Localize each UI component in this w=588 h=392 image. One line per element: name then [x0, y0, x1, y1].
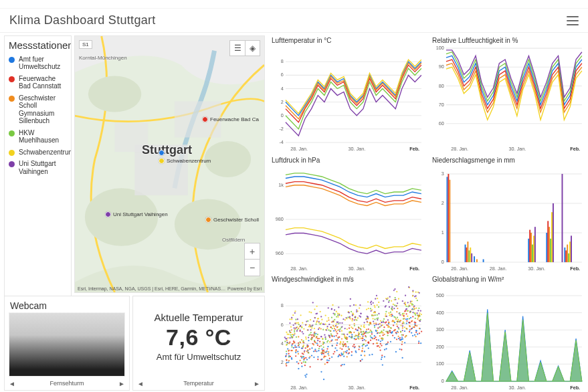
svg-point-125	[288, 361, 289, 363]
svg-point-533	[347, 350, 348, 351]
svg-point-841	[389, 326, 390, 328]
zoom-out-button[interactable]: −	[245, 260, 260, 276]
svg-point-133	[288, 360, 290, 361]
svg-point-248	[304, 361, 306, 363]
svg-point-855	[391, 300, 392, 302]
svg-point-1015	[414, 308, 415, 309]
svg-point-410	[327, 340, 328, 341]
svg-point-843	[388, 312, 389, 314]
map-pin-feuerwache[interactable]: Feuerwache Bad Ca	[202, 116, 259, 122]
svg-point-947	[404, 330, 405, 332]
svg-point-940	[402, 300, 403, 302]
svg-text:200: 200	[436, 344, 444, 350]
svg-rect-60	[465, 244, 466, 262]
svg-point-1022	[415, 318, 416, 319]
svg-point-1056	[421, 331, 422, 332]
svg-text:Feb.: Feb.	[570, 146, 580, 152]
svg-point-961	[405, 335, 407, 336]
legend-dot-icon	[9, 57, 15, 63]
legend-item-4[interactable]: Schwabenzentrum	[9, 149, 67, 157]
svg-point-863	[392, 315, 393, 316]
svg-point-230	[302, 340, 304, 341]
webcam-next-button[interactable]: ►	[117, 380, 126, 387]
svg-point-382	[323, 324, 324, 325]
chart-body[interactable]: 012326. Jan.28. Jan.30. Jan.Feb.	[428, 165, 585, 274]
svg-point-405	[326, 320, 328, 322]
svg-point-123	[287, 334, 288, 335]
svg-point-970	[407, 302, 409, 303]
svg-point-850	[389, 296, 391, 298]
svg-point-696	[368, 341, 369, 342]
svg-point-450	[334, 329, 336, 330]
svg-point-772	[378, 313, 379, 314]
map-pin-uni[interactable]: Uni Stuttgart Vaihingen	[105, 211, 168, 217]
svg-text:0: 0	[281, 112, 284, 118]
svg-point-508	[341, 326, 342, 327]
chart-body[interactable]: 246828. Jan.30. Jan.Feb.	[268, 284, 424, 392]
map-pin-schwabenzentrum[interactable]: Schwabenzentrum	[159, 158, 211, 164]
layers-icon[interactable]: ◈	[245, 41, 260, 56]
svg-point-520	[342, 318, 344, 320]
svg-text:-2: -2	[279, 126, 283, 132]
svg-point-711	[371, 309, 373, 310]
svg-point-757	[377, 342, 378, 344]
map-pin-scholl[interactable]: Geschwister Scholl	[205, 217, 259, 223]
svg-point-949	[403, 318, 405, 319]
svg-rect-88	[562, 173, 563, 262]
chart-body[interactable]: -4-20246828. Jan.30. Jan.Feb.	[268, 45, 424, 154]
chart-body[interactable]: 010020030040050028. Jan.30. Jan.Feb.	[428, 284, 585, 392]
svg-point-526	[345, 328, 346, 329]
svg-point-476	[337, 314, 338, 316]
svg-point-889	[396, 311, 397, 312]
svg-point-270	[309, 366, 310, 367]
svg-point-728	[374, 326, 375, 328]
svg-point-849	[389, 314, 391, 315]
menu-icon[interactable]	[567, 16, 579, 25]
svg-point-661	[364, 355, 365, 356]
legend-item-3[interactable]: HKW Muehlhausen	[9, 129, 67, 144]
svg-point-982	[409, 305, 410, 306]
svg-point-448	[332, 321, 334, 322]
svg-point-140	[290, 334, 292, 336]
svg-point-380	[323, 342, 324, 344]
svg-point-941	[404, 342, 405, 343]
svg-point-562	[349, 305, 351, 306]
svg-rect-74	[530, 232, 532, 262]
map-pin-amt[interactable]	[159, 150, 165, 156]
svg-point-106	[284, 336, 286, 338]
legend-item-5[interactable]: Uni Stuttgart Vaihingen	[9, 160, 67, 175]
svg-point-556	[349, 316, 351, 318]
legend-label: HKW Muehlhausen	[19, 129, 67, 144]
temp-next-button[interactable]: ►	[252, 380, 262, 387]
svg-point-897	[396, 323, 397, 324]
svg-point-847	[391, 316, 392, 317]
legend-item-2[interactable]: Geschwister Scholl Gymnasium Sillenbuch	[9, 94, 67, 125]
svg-point-932	[402, 313, 403, 314]
chart-body[interactable]: 9609801k28. Jan.30. Jan.Feb.	[268, 165, 424, 274]
svg-point-583	[353, 332, 355, 333]
legend-toggle-icon[interactable]: ☰	[230, 41, 245, 56]
zoom-in-button[interactable]: +	[245, 243, 260, 260]
temp-prev-button[interactable]: ◄	[136, 380, 145, 387]
legend-item-1[interactable]: Feuerwache Bad Cannstatt	[9, 75, 67, 90]
svg-point-1005	[411, 300, 413, 302]
svg-point-806	[383, 318, 385, 320]
svg-point-599	[355, 351, 357, 352]
webcam-title: Webcam	[5, 296, 129, 312]
webcam-prev-button[interactable]: ◄	[7, 380, 17, 387]
chart-body[interactable]: 6070809010028. Jan.30. Jan.Feb.	[428, 45, 585, 154]
svg-point-1029	[415, 298, 417, 299]
svg-rect-61	[474, 256, 475, 262]
temp-nav-label: Temperatur	[183, 380, 214, 387]
map[interactable]: S1 ☰ ◈ + − Stuttgart Korntal-Münchingen …	[75, 36, 264, 292]
svg-text:90: 90	[439, 64, 444, 70]
svg-point-636	[360, 360, 361, 361]
svg-point-731	[374, 335, 375, 336]
svg-point-996	[411, 328, 412, 330]
svg-point-434	[331, 317, 332, 318]
svg-point-958	[405, 295, 406, 296]
svg-text:2: 2	[442, 200, 444, 206]
chart-luftdruck: Luftdruck in hPa9609801k28. Jan.30. Jan.…	[268, 155, 427, 274]
legend-item-0[interactable]: Amt fuer Umweltschutz	[9, 56, 67, 71]
svg-point-396	[326, 348, 328, 349]
